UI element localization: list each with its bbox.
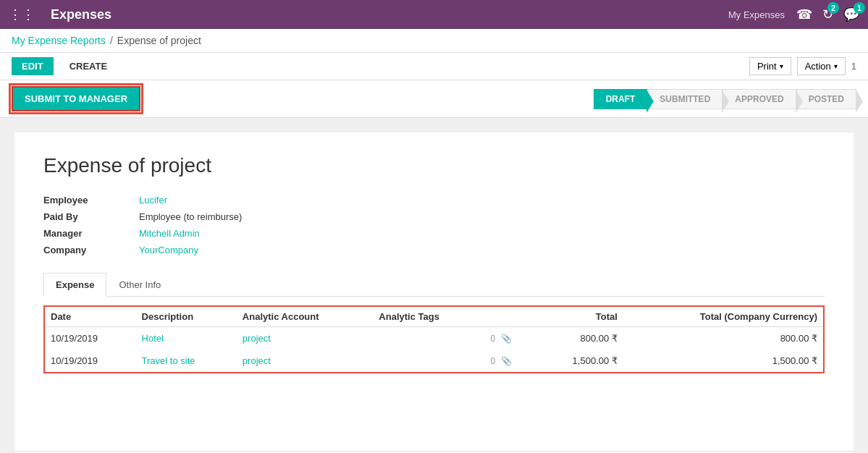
company-value[interactable]: YourCompany: [139, 245, 825, 255]
row2-analytic-account[interactable]: project: [243, 355, 271, 366]
row1-description[interactable]: Hotel: [142, 333, 164, 344]
grid-icon[interactable]: ⋮⋮: [9, 7, 35, 22]
create-button[interactable]: CREATE: [59, 57, 117, 75]
app-subtitle: My Expenses: [728, 9, 785, 20]
fields-section: Employee Lucifer Paid By Employee (to re…: [43, 195, 825, 255]
attachment-icon[interactable]: 📎: [501, 356, 512, 366]
breadcrumb: My Expense Reports / Expense of project: [0, 29, 868, 53]
row2-total: 1,500.00 ₹: [536, 350, 623, 372]
breadcrumb-current: Expense of project: [117, 35, 201, 46]
breadcrumb-parent[interactable]: My Expense Reports: [12, 35, 106, 46]
form-title: Expense of project: [43, 154, 825, 177]
print-button[interactable]: Print ▾: [749, 57, 791, 75]
status-submitted: SUBMITTED: [647, 89, 722, 109]
table-row: 10/19/2019 Travel to site project 0 📎 1,…: [45, 350, 823, 372]
content-card: Expense of project Employee Lucifer Paid…: [14, 132, 854, 451]
status-pipeline: DRAFT SUBMITTED APPROVED POSTED: [594, 89, 856, 109]
col-total-company: Total (Company Currency): [623, 307, 823, 327]
col-count: [485, 307, 536, 327]
action-bar: EDIT CREATE Print ▾ Action ▾ 1: [0, 53, 868, 80]
edit-button[interactable]: EDIT: [12, 57, 54, 75]
col-description: Description: [136, 307, 237, 327]
submit-to-manager-button[interactable]: SUBMIT TO MANAGER: [12, 86, 140, 111]
row1-date: 10/19/2019: [45, 327, 136, 350]
row1-analytic-tags: [373, 327, 484, 350]
status-approved: APPROVED: [722, 89, 796, 109]
main-content: Expense of project Employee Lucifer Paid…: [0, 118, 868, 453]
app-title: Expenses: [51, 7, 717, 22]
row1-total-company: 800.00 ₹: [623, 327, 823, 350]
refresh-badge: 2: [827, 2, 839, 14]
paid-by-label: Paid By: [43, 211, 130, 222]
action-button[interactable]: Action ▾: [797, 57, 846, 75]
paid-by-value: Employee (to reimburse): [139, 211, 825, 222]
manager-value[interactable]: Mitchell Admin: [139, 228, 825, 239]
row1-analytic-account[interactable]: project: [243, 333, 271, 344]
refresh-icon-btn[interactable]: ↻ 2: [822, 7, 833, 22]
phone-icon: ☎: [796, 7, 812, 22]
print-label: Print: [757, 61, 777, 72]
expense-table: Date Description Analytic Account Analyt…: [45, 307, 823, 372]
col-analytic-account: Analytic Account: [237, 307, 373, 327]
status-draft: DRAFT: [594, 89, 648, 109]
action-label: Action: [805, 61, 831, 72]
breadcrumb-separator: /: [110, 35, 113, 46]
tab-other-info[interactable]: Other Info: [106, 273, 173, 296]
row2-count-attach: 0 📎: [485, 350, 536, 372]
row2-analytic-tags: [373, 350, 484, 372]
tab-expense[interactable]: Expense: [43, 273, 106, 297]
col-analytic-tags: Analytic Tags: [373, 307, 484, 327]
table-row: 10/19/2019 Hotel project 0 📎 800.00 ₹ 80…: [45, 327, 823, 350]
row2-date: 10/19/2019: [45, 350, 136, 372]
message-badge: 1: [854, 2, 865, 14]
col-date: Date: [45, 307, 136, 327]
row2-total-company: 1,500.00 ₹: [623, 350, 823, 372]
page-number: 1: [851, 61, 856, 72]
col-total: Total: [536, 307, 623, 327]
employee-value[interactable]: Lucifer: [139, 195, 825, 206]
tabs: Expense Other Info: [43, 273, 825, 297]
manager-label: Manager: [43, 228, 130, 239]
topbar: ⋮⋮ Expenses My Expenses ☎ ↻ 2 💬 1: [0, 0, 868, 29]
company-label: Company: [43, 245, 130, 255]
row2-description[interactable]: Travel to site: [142, 355, 195, 366]
row1-count-attach: 0 📎: [485, 327, 536, 350]
phone-icon-btn[interactable]: ☎: [796, 7, 812, 22]
topbar-icons: ☎ ↻ 2 💬 1: [796, 7, 859, 22]
message-icon-btn[interactable]: 💬 1: [843, 7, 859, 22]
employee-label: Employee: [43, 195, 130, 206]
submit-bar: SUBMIT TO MANAGER DRAFT SUBMITTED APPROV…: [0, 80, 868, 118]
action-dropdown-icon: ▾: [834, 62, 838, 70]
print-dropdown-icon: ▾: [780, 62, 783, 70]
status-posted: POSTED: [796, 89, 856, 109]
attachment-icon[interactable]: 📎: [501, 334, 512, 344]
row1-total: 800.00 ₹: [536, 327, 623, 350]
expense-table-wrapper: Date Description Analytic Account Analyt…: [43, 305, 825, 373]
